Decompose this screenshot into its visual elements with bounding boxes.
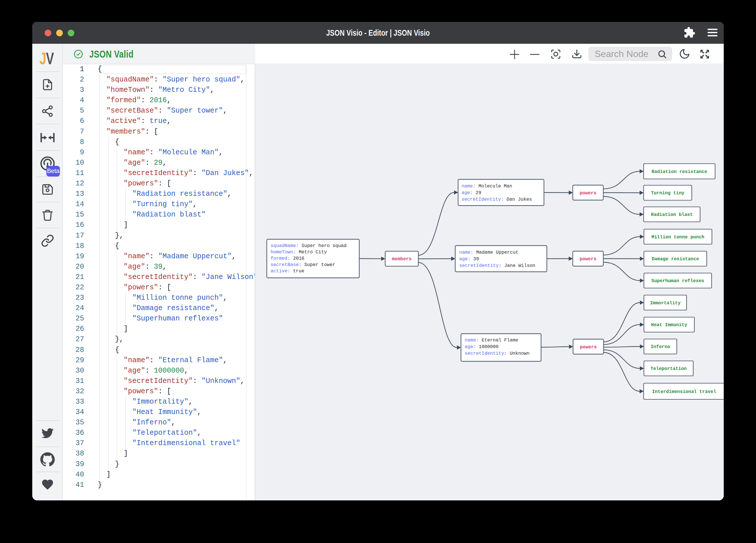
svg-text:Radiation blast: Radiation blast	[651, 212, 693, 218]
svg-text:age: 1000000: age: 1000000	[465, 344, 498, 349]
svg-text:Immortality: Immortality	[650, 300, 681, 306]
svg-text:powers: powers	[580, 190, 597, 196]
svg-text:powers: powers	[580, 344, 597, 350]
svg-text:active: true: active: true	[271, 268, 304, 274]
svg-text:Turning tiny: Turning tiny	[651, 191, 685, 196]
svg-text:Interdimensional travel: Interdimensional travel	[652, 389, 716, 394]
svg-text:Radiation resistance: Radiation resistance	[651, 169, 707, 175]
svg-text:secretBase: Super tower: secretBase: Super tower	[271, 262, 335, 268]
svg-text:age: 29: age: 29	[462, 190, 481, 196]
svg-text:name: Molecule Man: name: Molecule Man	[462, 184, 512, 189]
svg-text:Superhuman reflexes: Superhuman reflexes	[651, 278, 704, 283]
svg-text:secretIdentity: Jane Wilson: secretIdentity: Jane Wilson	[459, 263, 535, 268]
svg-text:secretIdentity: Dan Jukes: secretIdentity: Dan Jukes	[462, 197, 532, 202]
svg-text:name: Madame Uppercut: name: Madame Uppercut	[459, 250, 518, 255]
svg-text:members: members	[392, 256, 411, 262]
svg-text:squadName: Super hero squad: squadName: Super hero squad	[271, 243, 347, 249]
svg-text:Damage resistance: Damage resistance	[652, 257, 699, 262]
svg-text:name: Eternal Flame: name: Eternal Flame	[465, 337, 518, 343]
svg-text:Million tonne punch: Million tonne punch	[651, 235, 704, 240]
svg-text:Teleportation: Teleportation	[651, 366, 687, 371]
svg-text:formed: 2016: formed: 2016	[271, 256, 304, 261]
svg-text:Inferno: Inferno	[651, 344, 670, 349]
svg-text:Heat Immunity: Heat Immunity	[651, 322, 687, 328]
svg-text:powers: powers	[580, 256, 597, 262]
svg-text:homeTown: Metro City: homeTown: Metro City	[271, 249, 327, 255]
svg-text:secretIdentity: Unknown: secretIdentity: Unknown	[465, 351, 530, 356]
svg-text:age: 39: age: 39	[459, 256, 479, 262]
